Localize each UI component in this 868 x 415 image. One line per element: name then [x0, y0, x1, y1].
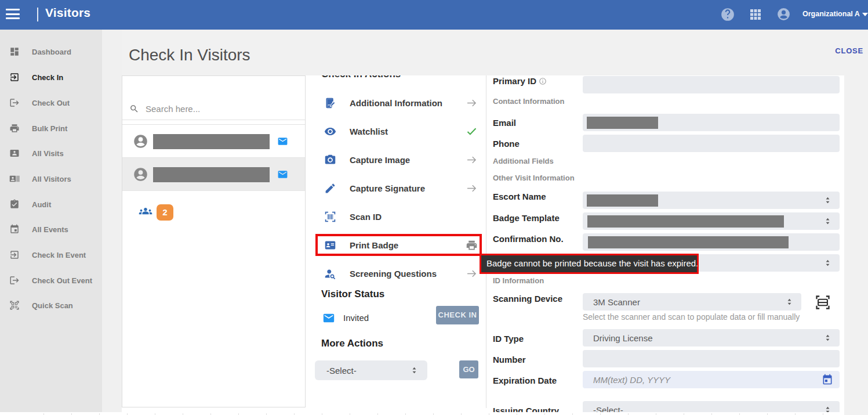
printer-icon: [9, 123, 20, 133]
select-value: -Select-: [326, 366, 357, 376]
scan-document-icon[interactable]: [815, 294, 831, 311]
scanning-device-select[interactable]: 3M Scanner: [583, 293, 801, 311]
action-label: Scan ID: [350, 212, 382, 222]
visitor-status-value: Invited: [343, 313, 369, 323]
arrow-right-icon: [466, 268, 478, 280]
action-capture-signature[interactable]: Capture Signature: [316, 176, 482, 200]
id-type-label: ID Type: [493, 334, 524, 344]
primary-id-input[interactable]: [583, 76, 840, 93]
visitor-list-card: Search here... 2: [122, 75, 306, 407]
invited-envelope-icon: [322, 312, 335, 324]
action-label: Screening Questions: [350, 269, 437, 279]
panel-divider: [486, 75, 486, 408]
sidebar-item-label: Audit: [32, 200, 51, 209]
info-icon: [539, 77, 547, 85]
sidebar-item-check-out-event[interactable]: Check Out Event: [0, 268, 102, 293]
sidebar-item-all-visits[interactable]: All Visits: [0, 140, 102, 166]
action-watchlist[interactable]: Watchlist: [316, 120, 482, 143]
go-button[interactable]: GO: [459, 360, 478, 378]
email-label: Email: [493, 118, 516, 128]
sidebar-item-label: All Visits: [32, 149, 64, 158]
action-additional-information[interactable]: Additional Information: [316, 91, 482, 114]
sidebar-item-quick-scan[interactable]: Quick Scan: [0, 293, 102, 318]
visitor-name-redacted: [153, 167, 270, 182]
visitor-row[interactable]: [122, 125, 305, 158]
content-panel: Search here... 2 Check In Actions: [122, 75, 844, 415]
print-badge-highlight-annotation: [315, 234, 482, 256]
title-divider: [37, 8, 38, 21]
check-out-event-icon: [9, 275, 20, 286]
app-screen: Visitors Organizational A Dashboard Chec…: [0, 0, 868, 415]
sidebar-item-bulk-print[interactable]: Bulk Print: [0, 116, 102, 141]
unfold-arrows-icon: [824, 196, 831, 204]
search-icon: [129, 104, 139, 114]
qr-scan-icon: [9, 300, 20, 311]
person-search-icon: [324, 268, 336, 280]
visitor-status-header: Visitor Status: [321, 288, 384, 300]
action-label: Additional Information: [350, 98, 442, 108]
visitor-avatar-icon: [133, 133, 148, 149]
date-placeholder: MM(text) DD, YYYY: [593, 375, 670, 385]
visitor-row-selected[interactable]: [122, 158, 305, 191]
check-in-button[interactable]: CHECK IN: [436, 306, 479, 324]
badge-template-select[interactable]: [583, 212, 840, 230]
sidebar-item-all-visitors[interactable]: All Visitors: [0, 166, 102, 192]
confirmation-no-input[interactable]: [583, 233, 840, 251]
close-button[interactable]: CLOSE: [835, 46, 863, 55]
sidebar-item-dashboard[interactable]: Dashboard: [0, 39, 102, 64]
user-avatar-icon[interactable]: [776, 7, 791, 21]
sidebar-item-check-in[interactable]: Check In: [0, 64, 102, 90]
check-in-icon: [9, 72, 20, 82]
sidebar-item-audit[interactable]: Audit: [0, 192, 102, 217]
search-input[interactable]: Search here...: [146, 104, 200, 114]
sidebar-item-label: Check Out Event: [32, 276, 92, 285]
visitor-group-icon: [134, 208, 157, 224]
hamburger-menu-icon[interactable]: [6, 9, 20, 20]
expiration-date-label: Expiration Date: [493, 376, 557, 385]
action-capture-image[interactable]: Capture Image: [316, 148, 482, 171]
visitor-name-redacted: [153, 134, 270, 149]
calendar-icon[interactable]: [822, 374, 833, 385]
unfold-arrows-icon: [411, 366, 418, 374]
expiration-date-input[interactable]: MM(text) DD, YYYY: [583, 371, 840, 388]
action-screening-questions[interactable]: Screening Questions: [316, 262, 482, 285]
sidebar-item-check-in-event[interactable]: Check In Event: [0, 242, 102, 268]
bottom-strip: [0, 412, 844, 415]
confirmation-no-redacted: [588, 236, 789, 248]
action-label: Watchlist: [350, 127, 388, 136]
dashboard-icon: [9, 46, 20, 57]
number-label: Number: [493, 355, 526, 365]
apps-grid-icon[interactable]: [749, 8, 762, 21]
phone-input[interactable]: [583, 135, 840, 152]
sidebar-item-check-out[interactable]: Check Out: [0, 90, 102, 116]
action-label: Capture Signature: [350, 183, 425, 193]
sidebar-item-label: Quick Scan: [32, 301, 73, 310]
sidebar-item-label: Check In Event: [32, 251, 86, 259]
tooltip-text: Badge cannot be printed because the visi…: [486, 258, 698, 268]
id-type-select[interactable]: Driving License: [583, 329, 840, 347]
action-scan-id[interactable]: Scan ID: [316, 205, 482, 228]
sidebar-item-all-events[interactable]: All Events: [0, 216, 102, 242]
escort-name-label: Escort Name: [493, 192, 546, 201]
visitor-avatar-icon: [133, 167, 148, 182]
select-value: Driving License: [593, 333, 653, 343]
more-actions-select[interactable]: -Select-: [315, 360, 427, 380]
visitors-icon: [9, 174, 20, 184]
sidebar: Dashboard Check In Check Out Bulk Print …: [0, 30, 102, 412]
envelope-icon: [277, 136, 288, 147]
confirmation-no-label: Confirmation No.: [493, 234, 564, 244]
help-icon[interactable]: [720, 7, 735, 22]
contact-information-section: Contact Information: [493, 97, 565, 106]
divider: [122, 120, 305, 120]
number-input[interactable]: [583, 350, 840, 367]
escort-name-redacted: [587, 194, 658, 207]
org-selector-label: Organizational A: [802, 10, 860, 18]
escort-name-select[interactable]: [583, 192, 840, 209]
sidebar-item-label: Bulk Print: [32, 124, 67, 133]
sidebar-item-label: Dashboard: [32, 48, 71, 56]
sidebar-item-label: Check Out: [32, 99, 70, 107]
check-icon: [466, 125, 478, 138]
unfold-arrows-icon: [786, 298, 793, 306]
org-selector[interactable]: Organizational A: [802, 10, 868, 18]
email-input[interactable]: [583, 114, 840, 131]
